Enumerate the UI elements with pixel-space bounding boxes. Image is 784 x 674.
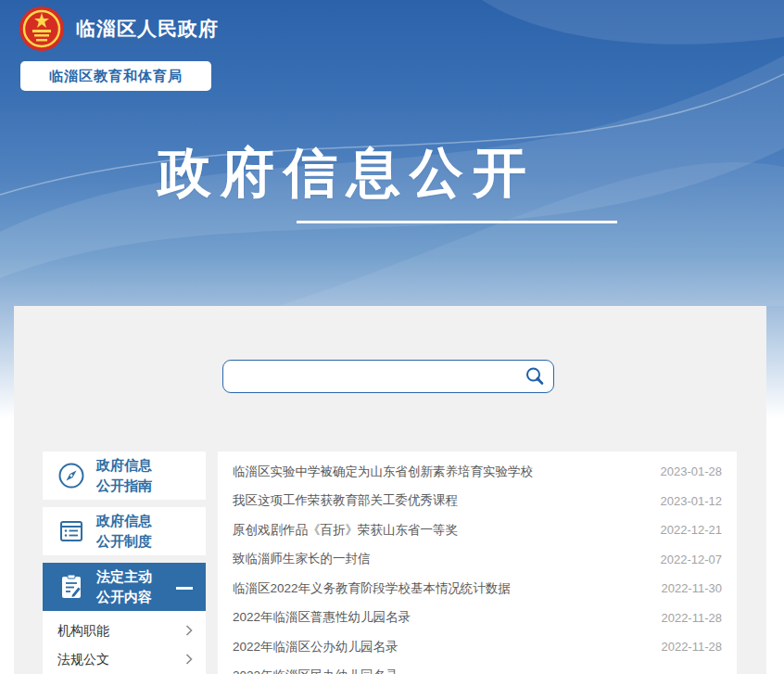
search-input[interactable] [223, 361, 516, 392]
sidebar-subitem-regulations[interactable]: 法规公文 [43, 645, 206, 674]
site-name: 临淄区人民政府 [76, 16, 219, 42]
news-date: 2022-11-28 [661, 640, 722, 654]
sidebar-item-rules[interactable]: 政府信息 公开制度 [43, 507, 206, 555]
banner: 临淄区人民政府 临淄区教育和体育局 政府信息公开 [0, 0, 784, 306]
collapse-dash-icon [176, 587, 193, 590]
news-title: 2022年临淄区公办幼儿园名录 [233, 639, 398, 655]
news-title: 2022年临淄区民办幼儿园名录 [233, 668, 398, 674]
news-date: 2022-12-07 [661, 553, 723, 566]
site-brand: 临淄区人民政府 [19, 6, 219, 52]
list-item[interactable]: 2022年临淄区民办幼儿园名录 [233, 662, 722, 674]
clipboard-pen-icon [57, 573, 85, 601]
list-item[interactable]: 我区这项工作荣获教育部关工委优秀课程 2023-01-12 [233, 487, 722, 516]
sidebar-item-label: 法定主动 公开内容 [96, 566, 152, 607]
news-date: 2022-11-30 [661, 581, 722, 595]
page-title: 政府信息公开 [158, 137, 536, 210]
rules-document-icon [57, 517, 85, 545]
search-button[interactable] [516, 361, 553, 392]
chevron-right-icon [185, 653, 193, 668]
sidebar-item-statutory-disclosure[interactable]: 法定主动 公开内容 [43, 563, 206, 611]
news-list: 临淄区实验中学被确定为山东省创新素养培育实验学校 2023-01-28 我区这项… [218, 451, 737, 674]
news-title: 临淄区实验中学被确定为山东省创新素养培育实验学校 [233, 464, 533, 480]
search-box [222, 360, 554, 393]
content-panel: 政府信息 公开指南 政府信息 公开制度 [14, 306, 766, 674]
list-item[interactable]: 致临淄师生家长的一封信 2022-12-07 [233, 545, 722, 575]
news-date: 2023-01-12 [661, 494, 723, 508]
compass-icon [57, 462, 85, 490]
news-date: 2022-11-28 [661, 611, 722, 625]
list-item[interactable]: 原创戏剧作品《百折》荣获山东省一等奖 2022-12-21 [233, 515, 722, 545]
list-item[interactable]: 2022年临淄区普惠性幼儿园名录 2022-11-28 [233, 604, 722, 633]
sidebar-item-guide[interactable]: 政府信息 公开指南 [43, 451, 206, 500]
sidebar-subitem-org-functions[interactable]: 机构职能 [43, 617, 206, 645]
sidebar-item-label: 政府信息 公开指南 [96, 455, 152, 496]
sidebar-item-label: 政府信息 公开制度 [96, 511, 152, 552]
news-date: 2023-01-28 [661, 464, 723, 478]
news-title: 原创戏剧作品《百折》荣获山东省一等奖 [233, 522, 458, 539]
chevron-right-icon [185, 624, 193, 639]
sub-item-label: 法规公文 [57, 652, 109, 668]
news-title: 2022年临淄区普惠性幼儿园名录 [233, 609, 411, 626]
sub-item-label: 机构职能 [57, 623, 109, 640]
news-title: 临淄区2022年义务教育阶段学校基本情况统计数据 [233, 580, 511, 597]
list-item[interactable]: 临淄区2022年义务教育阶段学校基本情况统计数据 2022-11-30 [233, 574, 722, 604]
sidebar: 政府信息 公开指南 政府信息 公开制度 [43, 451, 206, 674]
news-title: 致临淄师生家长的一封信 [233, 551, 371, 567]
title-underline [297, 221, 617, 223]
list-item[interactable]: 2022年临淄区公办幼儿园名录 2022-11-28 [233, 632, 722, 662]
search-icon [525, 366, 545, 387]
news-date: 2022-12-21 [661, 523, 723, 537]
news-title: 我区这项工作荣获教育部关工委优秀课程 [233, 492, 458, 509]
sidebar-sublist: 机构职能 法规公文 [43, 611, 206, 674]
list-item[interactable]: 临淄区实验中学被确定为山东省创新素养培育实验学校 2023-01-28 [233, 457, 722, 487]
bureau-button[interactable]: 临淄区教育和体育局 [20, 61, 211, 91]
national-emblem-icon [19, 6, 65, 52]
